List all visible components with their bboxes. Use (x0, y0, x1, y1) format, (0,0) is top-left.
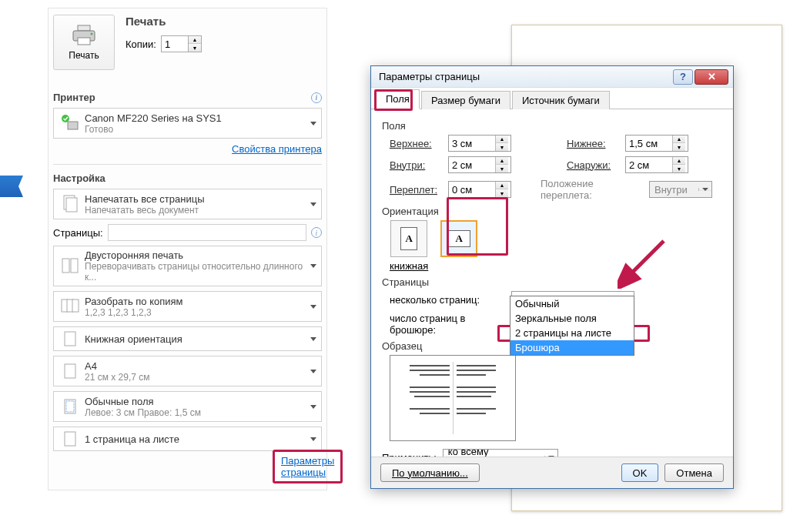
ok-button[interactable]: OK (621, 463, 659, 482)
info-icon[interactable]: i (311, 227, 322, 238)
svg-rect-17 (65, 432, 75, 446)
option-mirror[interactable]: Зеркальные поля (510, 311, 634, 326)
orientation-portrait[interactable]: A книжная (390, 220, 428, 272)
gutter-label: Переплет: (390, 184, 444, 196)
chevron-down-icon (310, 337, 316, 341)
copies-down[interactable]: ▼ (189, 44, 201, 52)
top-spinner[interactable]: ▲▼ (448, 135, 511, 152)
pages-per-sheet-combo[interactable]: 1 страница на листе (53, 427, 322, 451)
top-label: Верхнее: (390, 138, 444, 149)
svg-rect-13 (65, 332, 75, 346)
option-two-per-sheet[interactable]: 2 страницы на листе (510, 326, 634, 340)
orientation-combo[interactable]: Книжная ориентация (53, 326, 322, 351)
duplex-combo[interactable]: Двусторонняя печать Переворачивать стран… (53, 246, 322, 286)
multi-pages-label: несколько страниц: (390, 294, 505, 306)
chevron-down-icon (310, 437, 316, 441)
info-icon[interactable]: i (311, 92, 322, 103)
page-setup-link-highlight: Параметры страницы (273, 450, 343, 483)
portrait-page-icon (63, 330, 77, 347)
orientation-group: Ориентация (382, 206, 724, 217)
paper-combo[interactable]: A4 21 см x 29,7 см (53, 356, 322, 386)
option-normal[interactable]: Обычный (510, 296, 634, 311)
brochure-sheets-label: число страниц в брошюре: (390, 313, 505, 336)
svg-rect-0 (78, 25, 90, 31)
preview-box (390, 355, 516, 441)
paper-icon (63, 363, 77, 380)
printer-ready-icon (61, 114, 79, 132)
gutter-pos-select: Внутри (649, 181, 712, 198)
print-what-combo[interactable]: Напечатать все страницы Напечатать весь … (53, 189, 322, 219)
copies-spinner[interactable]: ▲ ▼ (161, 35, 202, 52)
multi-pages-dropdown[interactable]: Обычный Зеркальные поля 2 страницы на ли… (510, 296, 634, 356)
margins-icon (63, 398, 77, 415)
bottom-spinner[interactable]: ▲▼ (625, 135, 688, 152)
page-setup-link[interactable]: Параметры страницы (281, 455, 334, 478)
pages-group: Страницы (382, 276, 724, 288)
tabs-strip: Поля Размер бумаги Источник бумаги (371, 88, 733, 109)
duplex-icon (61, 256, 79, 276)
chevron-down-icon (310, 405, 316, 409)
ribbon-tab-indicator (0, 176, 23, 197)
default-button[interactable]: По умолчанию... (380, 463, 480, 482)
chevron-down-icon (310, 202, 316, 206)
help-button[interactable]: ? (673, 69, 693, 85)
chevron-down-icon (310, 264, 316, 268)
option-brochure[interactable]: Брошюра (510, 340, 634, 355)
print-what-title: Напечатать все страницы (85, 193, 310, 205)
dialog-title: Параметры страницы (379, 71, 673, 82)
page-setup-dialog: Параметры страницы ? ✕ Поля Размер бумаг… (370, 65, 734, 489)
pages-label: Страницы: (53, 227, 103, 239)
cancel-button[interactable]: Отмена (664, 463, 724, 482)
inner-label: Внутри: (390, 159, 444, 171)
outer-label: Снаружи: (567, 159, 621, 171)
collate-icon (61, 296, 79, 316)
svg-rect-5 (68, 122, 78, 129)
outer-spinner[interactable]: ▲▼ (625, 156, 688, 173)
svg-rect-7 (66, 198, 77, 212)
pages-stack-icon (62, 194, 79, 214)
fields-group: Поля (382, 120, 724, 132)
printer-status: Готово (85, 124, 310, 135)
copies-up[interactable]: ▲ (189, 36, 201, 44)
collate-combo[interactable]: Разобрать по копиям 1,2,3 1,2,3 1,2,3 (53, 291, 322, 322)
dialog-titlebar[interactable]: Параметры страницы ? ✕ (371, 66, 733, 88)
tab-paper-size[interactable]: Размер бумаги (421, 91, 510, 109)
close-button[interactable]: ✕ (695, 69, 728, 85)
svg-rect-8 (62, 259, 69, 273)
printer-name: Canon MF220 Series на SYS1 (85, 112, 310, 124)
margins-combo[interactable]: Обычные поля Левое: 3 см Правое: 1,5 см (53, 391, 322, 422)
printer-icon (70, 24, 98, 47)
settings-section-header: Настройка (53, 164, 322, 184)
chevron-down-icon (310, 122, 316, 125)
copies-label: Копии: (126, 38, 156, 50)
bottom-label: Нижнее: (567, 138, 621, 149)
printer-combo[interactable]: Canon MF220 Series на SYS1 Готово (53, 108, 322, 139)
inner-spinner[interactable]: ▲▼ (448, 156, 511, 173)
printer-section-header: Принтер i (53, 84, 322, 103)
chevron-down-icon (310, 370, 316, 373)
print-backstage-panel: Печать Печать Копии: ▲ ▼ Принтер i (48, 8, 327, 490)
gutter-pos-label: Положение переплета: (541, 178, 644, 201)
pages-input[interactable] (108, 224, 306, 241)
orientation-landscape[interactable]: A (440, 220, 477, 272)
print-what-sub: Напечатать весь документ (85, 205, 310, 216)
tab-fields[interactable]: Поля (376, 89, 420, 109)
svg-rect-2 (78, 38, 90, 45)
svg-rect-14 (65, 364, 75, 378)
svg-point-3 (91, 33, 93, 35)
copies-input[interactable] (162, 36, 188, 52)
single-page-icon (63, 430, 77, 447)
print-button-label: Печать (69, 50, 99, 61)
tab-paper-source[interactable]: Источник бумаги (512, 91, 610, 109)
print-header: Печать (126, 15, 202, 28)
dialog-button-bar: По умолчанию... OK Отмена (371, 457, 733, 488)
gutter-spinner[interactable]: ▲▼ (448, 181, 511, 198)
printer-properties-link[interactable]: Свойства принтера (53, 143, 322, 155)
svg-rect-12 (72, 299, 79, 312)
svg-rect-9 (71, 259, 78, 273)
print-button[interactable]: Печать (53, 15, 115, 70)
chevron-down-icon (310, 305, 316, 309)
